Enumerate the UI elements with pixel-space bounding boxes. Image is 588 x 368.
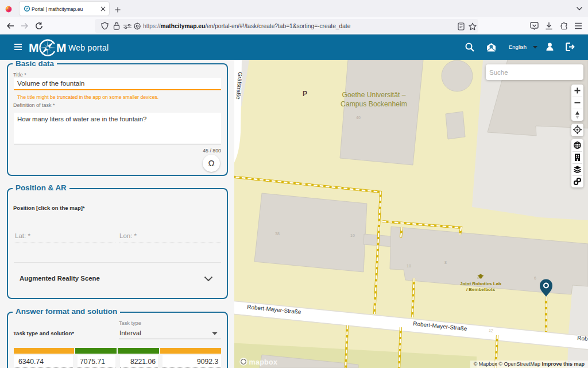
- svg-text:10: 10: [407, 264, 411, 268]
- svg-text:mapbox: mapbox: [249, 358, 278, 366]
- svg-text:10: 10: [350, 233, 355, 237]
- svg-text:Rob: Rob: [577, 335, 588, 342]
- svg-text:Joint Robotics Lab: Joint Robotics Lab: [460, 281, 501, 286]
- svg-text:/ Bembelbots: / Bembelbots: [466, 287, 496, 292]
- svg-text:12: 12: [489, 328, 494, 333]
- svg-text:40: 40: [356, 116, 361, 120]
- svg-text:M: M: [56, 41, 67, 54]
- svg-text:6: 6: [534, 276, 536, 280]
- svg-text:Campus Bockenheim: Campus Bockenheim: [341, 100, 407, 108]
- svg-text:38: 38: [275, 232, 280, 236]
- svg-text:M: M: [29, 41, 39, 54]
- svg-text:8: 8: [444, 260, 447, 264]
- svg-text:Goethe Universität –: Goethe Universität –: [342, 91, 405, 99]
- svg-text:P: P: [303, 90, 307, 98]
